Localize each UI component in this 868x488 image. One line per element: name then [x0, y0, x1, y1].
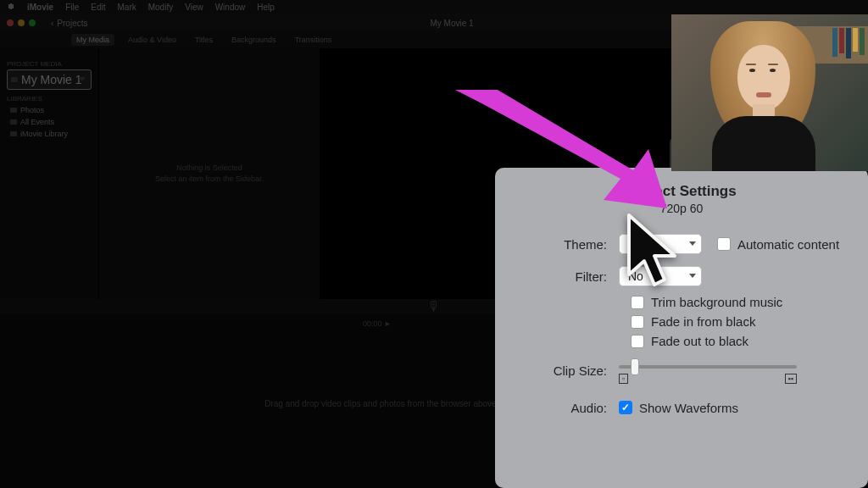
voiceover-icon[interactable]: 🎙: [427, 299, 441, 314]
clip-large-icon: ▪▪: [785, 374, 797, 384]
events-icon: [10, 119, 17, 125]
menu-modify[interactable]: Modify: [148, 3, 173, 12]
sidebar-item-photos[interactable]: Photos: [7, 104, 92, 116]
tab-backgrounds[interactable]: Backgrounds: [226, 34, 281, 46]
sidebar-item-label: All Events: [20, 118, 54, 126]
tab-audio-video[interactable]: Audio & Video: [123, 34, 181, 46]
menu-window[interactable]: Window: [215, 3, 246, 12]
menu-help[interactable]: Help: [257, 3, 275, 12]
photos-icon: [10, 108, 17, 113]
sidebar-item-label: iMovie Library: [20, 130, 68, 138]
automatic-content-label: Automatic content: [737, 237, 839, 252]
close-icon[interactable]: [7, 19, 14, 26]
apple-icon: [7, 3, 15, 12]
minimize-icon[interactable]: [18, 19, 25, 26]
menubar-app[interactable]: iMovie: [27, 3, 53, 12]
tab-transitions[interactable]: Transitions: [290, 34, 337, 46]
project-icon: [11, 77, 18, 82]
mac-menubar: iMovie File Edit Mark Modify View Window…: [0, 0, 868, 14]
menu-file[interactable]: File: [65, 3, 79, 12]
media-browser: Nothing is Selected Select an item from …: [98, 48, 320, 299]
theme-label: Theme:: [510, 237, 619, 252]
presenter-webcam: [671, 14, 868, 171]
checkbox-icon: [631, 296, 644, 309]
audio-label: Audio:: [510, 401, 619, 415]
theme-select[interactable]: No Th: [619, 234, 702, 254]
browser-empty-title: Nothing is Selected: [155, 163, 264, 174]
checkbox-icon: [631, 335, 644, 348]
sidebar-item-library[interactable]: iMovie Library: [7, 128, 92, 140]
window-title: My Movie 1: [430, 19, 473, 28]
popover-title: Project Settings: [510, 183, 853, 200]
fade-out-checkbox[interactable]: Fade out to black: [631, 334, 853, 348]
browser-empty-sub: Select an item from the Sidebar.: [155, 174, 264, 185]
library-icon: [10, 131, 17, 136]
sidebar-item-label: My Movie 1: [21, 73, 82, 86]
checkbox-checked-icon: ✓: [619, 401, 632, 414]
filter-select[interactable]: No: [619, 266, 702, 286]
tab-my-media[interactable]: My Media: [71, 34, 114, 46]
fade-in-checkbox[interactable]: Fade in from black: [631, 314, 853, 329]
show-waveforms-label: Show Waveforms: [639, 401, 738, 415]
filter-label: Filter:: [510, 269, 619, 284]
trim-music-checkbox[interactable]: Trim background music: [631, 295, 853, 309]
menu-mark[interactable]: Mark: [117, 3, 136, 12]
sidebar-heading-project: PROJECT MEDIA: [7, 60, 92, 68]
theme-value: No Th: [628, 237, 660, 251]
project-settings-popover: Project Settings 720p 60 Theme: No Th Au…: [495, 168, 868, 488]
sidebar-item-all-events[interactable]: All Events: [7, 116, 92, 128]
filter-value: No: [628, 269, 643, 283]
fade-out-label: Fade out to black: [651, 334, 748, 348]
checkbox-icon: [717, 237, 731, 251]
fade-in-label: Fade in from black: [651, 314, 755, 329]
trim-music-label: Trim background music: [651, 295, 782, 309]
slider-thumb[interactable]: [631, 358, 639, 375]
menu-edit[interactable]: Edit: [91, 3, 105, 12]
show-waveforms-checkbox[interactable]: ✓ Show Waveforms: [619, 401, 738, 415]
projects-link[interactable]: Projects: [57, 19, 87, 28]
sidebar-item-label: Photos: [20, 106, 44, 114]
checkbox-icon: [631, 315, 644, 329]
clip-small-icon: ▫: [619, 374, 628, 384]
fullscreen-icon[interactable]: [29, 19, 36, 26]
menu-view[interactable]: View: [185, 3, 203, 12]
sidebar: PROJECT MEDIA My Movie 1 LIBRARIES Photo…: [0, 48, 98, 299]
popover-subtitle: 720p 60: [510, 202, 853, 215]
sidebar-heading-libraries: LIBRARIES: [7, 95, 92, 103]
clip-size-label: Clip Size:: [510, 363, 619, 378]
timecode: 00:00 ►: [363, 319, 392, 328]
automatic-content-checkbox[interactable]: Automatic content: [717, 237, 839, 252]
back-chevron-icon[interactable]: ‹: [51, 19, 53, 28]
clip-size-slider[interactable]: [619, 365, 797, 369]
sidebar-item-project[interactable]: My Movie 1: [7, 69, 92, 90]
tab-titles[interactable]: Titles: [190, 34, 218, 46]
